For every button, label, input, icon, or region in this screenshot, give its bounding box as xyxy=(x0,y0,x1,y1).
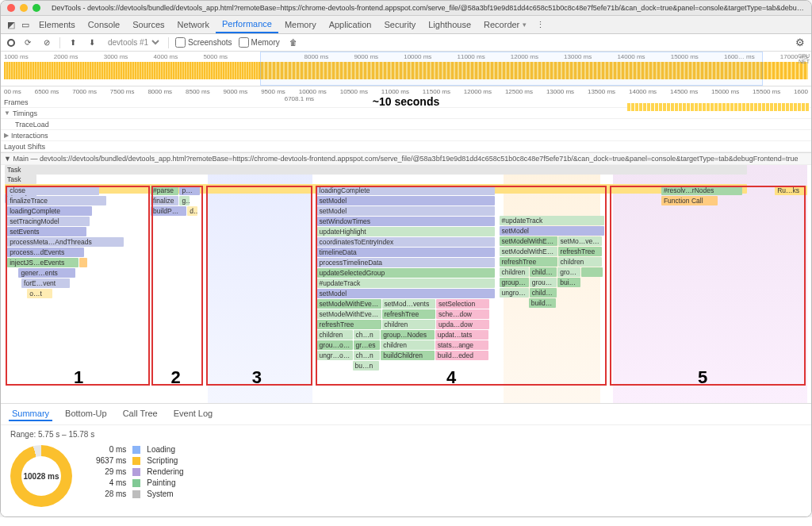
device-icon[interactable]: ▭ xyxy=(18,20,33,30)
timeline-ruler: 00 ms6500 ms7000 ms7500 ms8000 ms8500 ms… xyxy=(1,86,811,95)
task-bar-right: Task xyxy=(5,175,36,184)
flame-col-4: loadingComplete setModel setModel setWin… xyxy=(317,186,496,403)
minimize-icon[interactable] xyxy=(20,4,28,12)
panel-tabs: ◩ ▭ Elements Console Sources Network Per… xyxy=(1,16,811,34)
legend-swatch xyxy=(132,457,140,465)
tab-performance[interactable]: Performance xyxy=(216,16,278,33)
task-bar: Task xyxy=(5,165,747,175)
track-timings: ▼Timings xyxy=(1,108,811,119)
tab-console[interactable]: Console xyxy=(82,17,126,33)
titlebar: DevTools - devtools://devtools/bundled/d… xyxy=(1,1,811,16)
overview-side-labels: CPU NET xyxy=(798,53,810,64)
legend-swatch xyxy=(132,468,140,476)
summary-donut: 10028 ms xyxy=(10,445,72,507)
zoom-icon[interactable] xyxy=(33,4,40,12)
tab-network[interactable]: Network xyxy=(171,17,216,33)
more-tabs-icon[interactable]: ⋮ xyxy=(533,20,547,30)
summary-legend: 0 msLoading9637 msScripting29 msRenderin… xyxy=(96,445,184,498)
region-2-num: 2 xyxy=(171,367,181,388)
tab-event-log[interactable]: Event Log xyxy=(170,407,216,421)
legend-swatch xyxy=(132,479,140,487)
track-traceload: TraceLoad xyxy=(1,119,811,130)
track-frames: Frames xyxy=(1,97,811,108)
track-layout-shifts: Layout Shifts xyxy=(1,141,811,152)
inspect-icon[interactable]: ◩ xyxy=(4,20,18,30)
overview-selection[interactable] xyxy=(260,52,763,86)
screenshots-checkbox[interactable]: Screenshots xyxy=(175,37,232,48)
tracks: Frames ▼Timings TraceLoad ▶Interactions … xyxy=(1,97,811,152)
flame-graph[interactable]: Task Task Run Microtasks Ti…ed close fin… xyxy=(1,165,811,403)
clear-button[interactable]: ⊘ xyxy=(40,38,53,47)
legend-swatch xyxy=(132,490,140,498)
tab-application[interactable]: Application xyxy=(323,17,378,33)
flame-col-4b: #updateTrack setModel setModelWithEvents… xyxy=(500,216,605,403)
details-tabs: Summary Bottom-Up Call Tree Event Log xyxy=(1,403,811,425)
main-thread-header[interactable]: ▼ Main — devtools://devtools/bundled/dev… xyxy=(1,152,811,165)
tab-sources[interactable]: Sources xyxy=(126,17,170,33)
region-1-num: 1 xyxy=(74,367,83,388)
tab-elements[interactable]: Elements xyxy=(33,17,82,33)
window-title: DevTools - devtools://devtools/bundled/d… xyxy=(52,4,805,12)
tab-call-tree[interactable]: Call Tree xyxy=(120,407,161,421)
tab-recorder[interactable]: Recorder xyxy=(477,17,533,33)
devtools-window: DevTools - devtools://devtools/bundled/d… xyxy=(0,0,812,517)
close-icon[interactable] xyxy=(7,4,15,12)
region-3-num: 3 xyxy=(252,367,262,388)
reload-button[interactable]: ⟳ xyxy=(21,38,34,47)
record-button[interactable] xyxy=(7,39,15,47)
region-5-num: 5 xyxy=(698,367,707,388)
region-4-num: 4 xyxy=(446,367,456,388)
cpu-overview[interactable]: 1000 ms2000 ms3000 ms4000 ms5000 ms8000 … xyxy=(1,52,811,86)
track-interactions: ▶Interactions xyxy=(1,130,811,141)
settings-icon[interactable]: ⚙ xyxy=(795,36,805,48)
trash-button[interactable]: 🗑 xyxy=(286,38,301,47)
tab-lighthouse[interactable]: Lighthouse xyxy=(422,17,477,33)
summary-panel: 10028 ms 0 msLoading9637 msScripting29 m… xyxy=(1,439,811,516)
tab-memory[interactable]: Memory xyxy=(278,17,323,33)
tab-summary[interactable]: Summary xyxy=(9,407,52,421)
performance-toolbar: ⟳ ⊘ ⬆ ⬇ devtools #1 Screenshots Memory 🗑… xyxy=(1,34,811,52)
upload-button[interactable]: ⬆ xyxy=(67,38,79,47)
window-controls xyxy=(7,4,40,12)
memory-checkbox[interactable]: Memory xyxy=(239,37,280,48)
range-label: Range: 5.75 s – 15.78 s xyxy=(1,425,811,439)
ru-ks-bar: Ru…ks xyxy=(775,186,807,195)
tab-security[interactable]: Security xyxy=(377,17,422,33)
download-button[interactable]: ⬇ xyxy=(86,38,98,47)
profile-select[interactable]: devtools #1 xyxy=(105,37,162,48)
legend-swatch xyxy=(132,446,140,454)
tab-bottom-up[interactable]: Bottom-Up xyxy=(62,407,110,421)
